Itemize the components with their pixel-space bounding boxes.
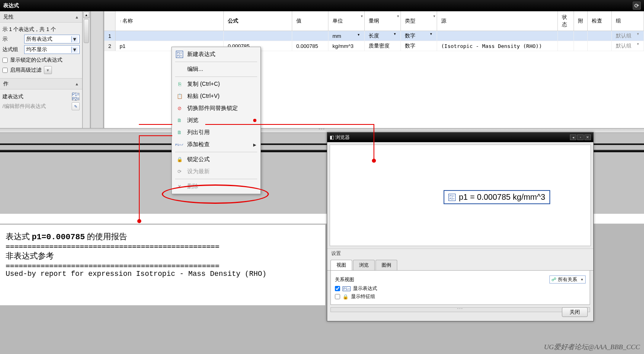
close-dialog-button[interactable]: 关闭 [562,307,588,317]
report-body-line: Used-by report for expression Isotropic … [6,270,320,278]
col-unit[interactable]: 单位▼ [328,11,365,31]
show-expr-checkbox[interactable] [335,286,340,291]
filter-icon[interactable]: ▾ [44,66,52,74]
scroll-thumb[interactable] [84,19,89,43]
cell-formula[interactable] [224,31,292,41]
chevron-up-icon: ▲ [75,82,79,86]
cell-type[interactable]: 数字 [401,41,437,51]
menu-list-refs[interactable]: 🗎列出引用 [173,126,260,139]
col-attachment[interactable]: 附 [574,11,588,31]
cell-check[interactable] [588,31,612,41]
chevron-right-icon: ▶ [253,143,256,147]
expression-icon: P1= [343,286,351,291]
col-value[interactable]: 值 [292,11,328,31]
expression-node-label: p1 = 0.000785 kg/mm^3 [459,193,545,202]
menu-new-expression[interactable]: P1=P2=新建表达式 [173,48,260,60]
collapse-grip[interactable]: ˆˆˆ [330,307,590,312]
cell-name[interactable] [116,31,224,41]
cell-source[interactable]: (Isotropic - Mass Density (RHO)) [437,41,558,51]
cell-source[interactable] [437,31,558,41]
cell-att[interactable] [574,31,588,41]
menu-copy[interactable]: ⎘复制 (Ctrl+C) [173,78,260,90]
scroll-up-button[interactable]: ▲ [83,12,89,18]
cell-att[interactable] [574,41,588,51]
row-num: 2 [104,41,116,51]
visibility-group-label: 见性 [3,13,14,21]
browser-canvas[interactable]: P1=P2= p1 = 0.000785 kg/mm^3 [330,145,591,246]
cell-dim[interactable]: 质量密度 [365,41,401,51]
edit-part-expr-label: /编辑部件间表达式 [2,103,46,110]
col-group[interactable]: 组 [612,11,644,31]
copy-icon: ⎘ [176,81,183,88]
list-refs-icon: 🗎 [176,129,183,136]
col-status[interactable]: 状态 [558,11,574,31]
cell-group[interactable]: 默认组 ▼ [612,31,644,41]
show-combo[interactable]: 所有表达式▼ [24,35,80,43]
show-label: 示 [2,35,22,43]
report-separator: ========================================… [6,261,320,270]
count-label: 示 1 个表达式，共 1 个 [2,26,80,33]
show-combo-value: 所有表达式 [26,35,52,43]
col-formula[interactable]: 公式 [224,11,292,31]
cell-status[interactable] [558,31,574,41]
tab-legend[interactable]: 图例 [376,260,397,270]
usage-report: 表达式 p1=0.000785 的使用报告 ==================… [0,225,325,305]
new-expr-icon[interactable]: P1=P2= [72,93,80,101]
browser-window: ◧ 浏览器 ◂▫✕ P1=P2= p1 = 0.000785 kg/mm^3 设… [327,132,594,321]
cell-dim[interactable]: 长度 ▼ [365,31,401,41]
show-featgroup-checkbox[interactable] [335,294,340,299]
cell-value[interactable] [292,31,328,41]
show-featgroup-label: 显示特征组 [351,293,375,300]
chevron-up-icon: ▲ [75,15,79,19]
context-menu: P1=P2=新建表达式 编辑... ⎘复制 (Ctrl+C) 📋粘贴 (Ctrl… [171,47,261,194]
browser-tabs: 视图 浏览 图例 [327,258,593,271]
relation-view-label: 关系视图 [335,276,354,283]
cell-unit[interactable]: mm ▼ [328,31,365,41]
close-button[interactable]: ✕ [584,135,591,140]
tab-browse[interactable]: 浏览 [353,260,375,270]
menu-browse[interactable]: 🗎浏览 [173,114,260,126]
relation-filter-combo[interactable]: ☍所有关系▼ [549,275,586,284]
cell-group[interactable]: 默认组 ▼ [612,41,644,51]
cell-type[interactable]: 数字 ▼ [401,31,437,41]
edit-part-expr-icon[interactable]: ✎ [72,102,80,110]
col-source[interactable]: 源 [437,11,558,31]
exprgroup-combo-value: 均不显示 [26,46,47,53]
menu-add-check[interactable]: P1=✓添加检查▶ [173,139,260,151]
cell-unit[interactable]: kg/mm^3 [328,41,365,51]
exprgroup-combo[interactable]: 均不显示▼ [24,45,80,54]
pin-button[interactable]: ◂ [570,135,576,140]
browser-titlebar[interactable]: ◧ 浏览器 ◂▫✕ [327,132,593,142]
menu-lock-formula[interactable]: 🔒锁定公式 [173,153,260,166]
show-locked-checkbox[interactable] [2,58,8,63]
menu-edit[interactable]: 编辑... [173,63,260,75]
show-expr-label: 显示表达式 [353,285,377,292]
cell-status[interactable] [558,41,574,51]
adv-filter-label: 启用高级过滤 [10,66,41,74]
row-num: 1 [104,31,116,41]
table-row[interactable]: 1 mm ▼ 长度 ▼ 数字 ▼ 默认组 ▼ [104,31,644,41]
col-dim[interactable]: 量纲▼ [365,11,401,31]
pane-splitter-vertical[interactable] [91,11,103,128]
exprgroup-label: 达式组 [2,46,22,53]
adv-filter-checkbox[interactable] [2,68,8,73]
col-check[interactable]: 检查 [588,11,612,31]
expression-node[interactable]: P1=P2= p1 = 0.000785 kg/mm^3 [444,190,550,204]
tab-view[interactable]: 视图 [330,260,352,270]
menu-toggle-lock[interactable]: ⊘切换部件间替换锁定 [173,102,260,114]
cell-value[interactable]: 0.000785 [292,41,328,51]
report-separator: ========================================… [6,242,320,250]
actions-group-header[interactable]: 作 ▲ [0,78,82,89]
maximize-button[interactable]: ▫ [577,135,584,140]
visibility-panel: 见性 ▲ 示 1 个表达式，共 1 个 示 所有表达式▼ 达式组 均不显示▼ 显… [0,11,83,128]
menu-delete: ✕删除 [173,180,260,193]
cell-check[interactable] [588,41,612,51]
no-icon: ⊘ [176,105,183,112]
menu-paste[interactable]: 📋粘贴 (Ctrl+V) [173,90,260,102]
left-scrollbar[interactable]: ▲ [83,11,90,128]
browser-title-text: 浏览器 [335,135,350,140]
settings-icon[interactable]: ⟳ [633,2,641,10]
visibility-group-header[interactable]: 见性 ▲ [0,11,82,23]
col-name[interactable]: ↑名称 [116,11,224,31]
col-type[interactable]: 类型▼ [401,11,437,31]
